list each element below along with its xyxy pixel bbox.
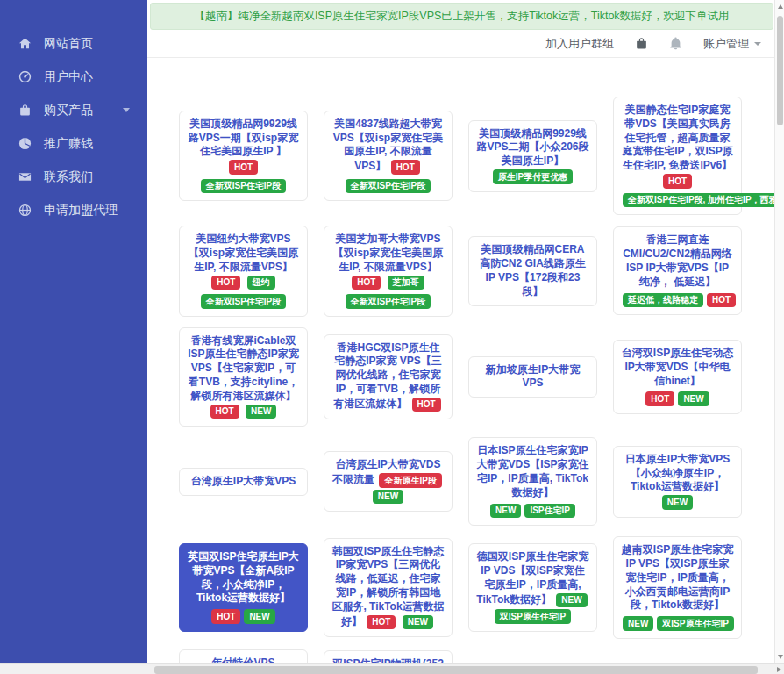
product-badge: NEW [244, 609, 274, 624]
product-card[interactable]: 台湾双ISP原生住宅动态IP大带宽VDS【中华电信hinet】HOTNEW [613, 340, 742, 414]
product-card[interactable]: 德国双ISP原生住宅家宽IP VDS【双ISP家宽住宅原生IP，IP质量高, T… [468, 543, 597, 631]
product-card[interactable]: 香港HGC双ISP原生住宅静态IP家宽 VPS【三网优化线路，住宅家宽IP，可看… [324, 334, 453, 420]
product-title: 美国静态住宅IP家庭宽带VDS【美国真实民房住宅托管，超高质量家庭宽带住宅IP，… [622, 104, 733, 171]
product-title: 英国双ISP住宅原生IP大带宽VPS【全新A段IP段，小众纯净IP，Tiktok… [188, 550, 299, 604]
shopping-bag-icon[interactable] [635, 37, 648, 50]
product-grid: 美国顶级精品网9929线路VPS一期【双isp家宽住宅美国原生IP 】 HOT全… [179, 97, 784, 674]
product-badge: 全新双ISP住宅IP段, 加州住宅IP，西雅图住宅IP,送IPv6 [623, 193, 784, 208]
badge-row: 全新双ISP住宅IP段 [187, 178, 300, 195]
join-group-link[interactable]: 加入用户群组 [545, 36, 614, 52]
product-card[interactable]: 越南双ISP原生住宅家宽IP VPS【双ISP原生家宽住宅IP，IP质量高，小众… [613, 536, 742, 639]
product-badge: HOT [707, 293, 736, 308]
product-card[interactable]: 新加坡原生IP大带宽VPS [468, 356, 597, 398]
sidebar-item-bag[interactable]: 购买产品 [0, 93, 147, 126]
mail-icon [18, 169, 32, 183]
vertical-scrollbar[interactable] [774, 0, 784, 663]
product-badge: NEW [490, 504, 521, 519]
horizontal-scrollbar-thumb[interactable] [154, 666, 758, 674]
product-badge: 纽约 [247, 276, 275, 290]
vertical-scrollbar-thumb[interactable] [777, 16, 783, 125]
product-badge: 双ISP原生住宅IP [495, 609, 572, 624]
product-card[interactable]: 韩国双ISP原生住宅静态IP家宽VPS【三网优化线路，低延迟，住宅家宽IP，解锁… [324, 538, 453, 638]
content-area: 美国顶级精品网9929线路VPS一期【双isp家宽住宅美国原生IP 】 HOT全… [147, 58, 784, 674]
announcement-banner: 【越南】纯净全新越南双ISP原生住宅家宽IP段VPS已上架开售，支持Tiktok… [150, 3, 773, 30]
horizontal-scrollbar[interactable] [0, 663, 784, 674]
product-title: 日本原生IP大带宽VPS【小众纯净原生IP，Tiktok运营数据好】 [625, 453, 730, 493]
product-badge: 芝加哥 [388, 276, 424, 290]
product-badge: 原生IP季付更优惠 [493, 169, 573, 184]
product-title: 越南双ISP原生住宅家宽IP VPS【双ISP原生家宽住宅IP，IP质量高，小众… [622, 543, 733, 611]
product-badge: ISP住宅IP [524, 504, 575, 519]
product-badge: NEW [373, 490, 403, 505]
account-menu-label: 账户管理 [703, 36, 749, 52]
product-card[interactable]: 美国顶级精品网9929线路VPS一期【双isp家宽住宅美国原生IP 】 HOT全… [179, 111, 308, 201]
product-badge: HOT [663, 174, 692, 189]
product-badge: 双ISP原生住宅IP [657, 616, 734, 631]
product-badge: NEW [556, 593, 587, 608]
product-card[interactable]: 台湾原生IP大带宽VDS不限流量 全新原生IP段 NEW [324, 451, 453, 512]
sidebar-item-mail[interactable]: 联系我们 [0, 160, 147, 193]
pie-icon [18, 136, 32, 150]
home-icon [18, 36, 32, 50]
product-badge: NEW [623, 616, 653, 631]
product-card[interactable]: 美国顶级精品网CERA高防CN2 GIA线路原生IP VPS【172段和23段】 [468, 236, 597, 305]
badge-row: 延迟低，线路稳定HOT [621, 292, 734, 309]
badge-row: NEW双ISP原生住宅IP [621, 615, 734, 632]
caret-down-icon [754, 42, 761, 46]
product-badge: HOT [367, 615, 396, 630]
badge-row: 全新双ISP住宅IP段 [331, 293, 445, 310]
product-title: 美国顶级精品网CERA高防CN2 GIA线路原生IP VPS【172段和23段】 [480, 243, 586, 297]
product-badge: HOT [229, 160, 258, 175]
bag-icon [18, 103, 32, 117]
product-badge: HOT [210, 405, 239, 419]
product-title: 美国顶级精品网9929线路VPS一期【双isp家宽住宅美国原生IP 】 [189, 118, 298, 158]
product-badge: NEW [678, 391, 709, 406]
account-menu[interactable]: 账户管理 [703, 36, 761, 52]
sidebar-menu: 网站首页用户中心购买产品推广赚钱联系我们申请加盟代理 [0, 26, 147, 226]
product-card[interactable]: 美国静态住宅IP家庭宽带VDS【美国真实民房住宅托管，超高质量家庭宽带住宅IP，… [613, 97, 742, 215]
badge-row: NEWISP住宅IP [476, 503, 589, 520]
sidebar-item-globe[interactable]: 申请加盟代理 [0, 193, 147, 226]
product-badge: HOT [352, 276, 381, 290]
product-title: 新加坡原生IP大带宽VPS [486, 363, 580, 390]
badge-row: HOTNEW [621, 391, 734, 407]
product-badge: 全新双ISP住宅IP段 [346, 179, 431, 194]
product-badge: 全新双ISP住宅IP段 [201, 179, 287, 194]
product-title: 美国4837线路超大带宽VPS【双isp家宽住宅美国原生IP, 不限流量VPS】 [333, 118, 443, 173]
scroll-down-arrow-icon[interactable] [778, 655, 783, 659]
product-badge: 全新原生IP段 [379, 473, 441, 488]
product-card[interactable]: 美国芝加哥大带宽VPS【双isp家宽住宅美国原生IP, 不限流量VPS】 HOT… [324, 226, 453, 316]
product-card[interactable]: 美国顶级精品网9929线路VPS二期【小众206段美国原生IP】 原生IP季付更… [468, 120, 597, 192]
product-card[interactable]: 美国纽约大带宽VPS【双isp家宽住宅美国原生IP, 不限流量VPS】 HOT … [179, 226, 308, 316]
product-card[interactable]: 英国双ISP住宅原生IP大带宽VPS【全新A段IP段，小众纯净IP，Tiktok… [179, 543, 308, 632]
product-card[interactable]: 美国4837线路超大带宽VPS【双isp家宽住宅美国原生IP, 不限流量VPS】… [324, 111, 453, 201]
product-title: 美国芝加哥大带宽VPS【双isp家宽住宅美国原生IP, 不限流量VPS】 [333, 233, 443, 273]
sidebar: 网站首页用户中心购买产品推广赚钱联系我们申请加盟代理 [0, 0, 147, 674]
scroll-right-arrow-icon[interactable] [777, 667, 781, 672]
sidebar-item-dashboard[interactable]: 用户中心 [0, 60, 147, 93]
product-card[interactable]: 香港三网直连CMI/CU2/CN2精品网络ISP IP大带宽VPS【IP纯净， … [613, 226, 742, 315]
sidebar-item-home[interactable]: 网站首页 [0, 26, 147, 60]
product-title: 美国顶级精品网9929线路VPS二期【小众206段美国原生IP】 [476, 127, 588, 168]
badge-row: 全新双ISP住宅IP段 [331, 178, 445, 195]
product-card[interactable]: 日本原生IP大带宽VPS【小众纯净原生IP，Tiktok运营数据好】 NEW [613, 446, 742, 518]
sidebar-item-label: 申请加盟代理 [44, 203, 118, 217]
product-badge: NEW [403, 615, 433, 630]
badge-row: HOTNEW [187, 608, 300, 625]
product-title: 台湾原生IP大带宽VPS [191, 475, 296, 487]
sidebar-item-label: 推广赚钱 [44, 136, 93, 150]
product-badge: HOT [645, 391, 674, 406]
product-card[interactable]: 香港有线宽屏iCable双ISP原生住宅静态IP家宽VPS【住宅家宽IP，可看T… [179, 327, 308, 427]
scroll-up-arrow-icon[interactable] [778, 4, 783, 9]
product-card[interactable]: 日本ISP原生住宅家宽IP大带宽VDS【ISP家宽住宅IP，IP质量高, Tik… [468, 437, 597, 526]
product-badge: NEW [662, 495, 693, 510]
product-badge: HOT [412, 398, 441, 412]
product-card[interactable]: 台湾原生IP大带宽VPS [179, 468, 308, 496]
sidebar-item-pie[interactable]: 推广赚钱 [0, 126, 147, 160]
product-badge: HOT [391, 160, 420, 175]
sidebar-item-label: 网站首页 [44, 36, 93, 50]
main-area: 【越南】纯净全新越南双ISP原生住宅家宽IP段VPS已上架开售，支持Tiktok… [147, 0, 784, 674]
product-badge: 全新双ISP住宅IP段 [201, 294, 287, 309]
sidebar-item-label: 用户中心 [44, 69, 93, 83]
bell-icon[interactable] [669, 37, 682, 50]
